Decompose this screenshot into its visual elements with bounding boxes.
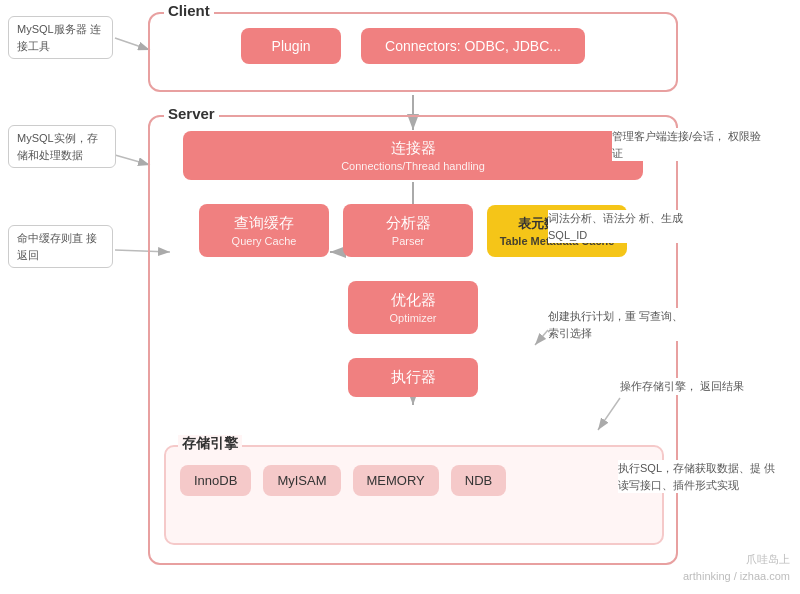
client-label: Client: [164, 2, 214, 19]
svg-line-9: [115, 155, 150, 165]
storage-label: 存储引擎: [178, 435, 242, 453]
optimizer-button[interactable]: 优化器 Optimizer: [348, 281, 478, 334]
svg-line-8: [115, 38, 150, 50]
ndb-button[interactable]: NDB: [451, 465, 506, 496]
parser-button[interactable]: 分析器 Parser: [343, 204, 473, 257]
myisam-button[interactable]: MyISAM: [263, 465, 340, 496]
storage-box: 存储引擎 InnoDB MyISAM MEMORY NDB: [164, 445, 664, 545]
plugin-button[interactable]: Plugin: [241, 28, 341, 64]
annotation-create-plan: 创建执行计划，重 写查询、索引选择: [548, 308, 693, 341]
annotation-mysql-server: MySQL服务器 连接工具: [8, 16, 113, 59]
watermark: 爪哇岛上 arthinking / izhaa.com: [683, 551, 790, 586]
client-box: Client Plugin Connectors: ODBC, JDBC...: [148, 12, 678, 92]
memory-button[interactable]: MEMORY: [353, 465, 439, 496]
query-cache-button[interactable]: 查询缓存 Query Cache: [199, 204, 329, 257]
storage-engines-row: InnoDB MyISAM MEMORY NDB: [166, 447, 662, 514]
annotation-cache-return: 命中缓存则直 接返回: [8, 225, 113, 268]
innodb-button[interactable]: InnoDB: [180, 465, 251, 496]
annotation-manage-connection: 管理客户端连接/会话， 权限验证: [612, 128, 767, 161]
connector-button[interactable]: 连接器 Connections/Thread handling: [183, 131, 643, 180]
annotation-execute-sql: 执行SQL，存储获取数据、提 供读写接口、插件形式实现: [618, 460, 783, 493]
connectors-button[interactable]: Connectors: ODBC, JDBC...: [361, 28, 585, 64]
diagram-container: MySQL服务器 连接工具 Client Plugin Connectors: …: [0, 0, 800, 594]
annotation-mysql-instance: MySQL实例，存 储和处理数据: [8, 125, 116, 168]
annotation-operate-storage: 操作存储引擎， 返回结果: [620, 378, 744, 395]
annotation-lexical: 词法分析、语法分 析、生成SQL_ID: [548, 210, 693, 243]
server-label: Server: [164, 105, 219, 122]
executor-button[interactable]: 执行器: [348, 358, 478, 397]
